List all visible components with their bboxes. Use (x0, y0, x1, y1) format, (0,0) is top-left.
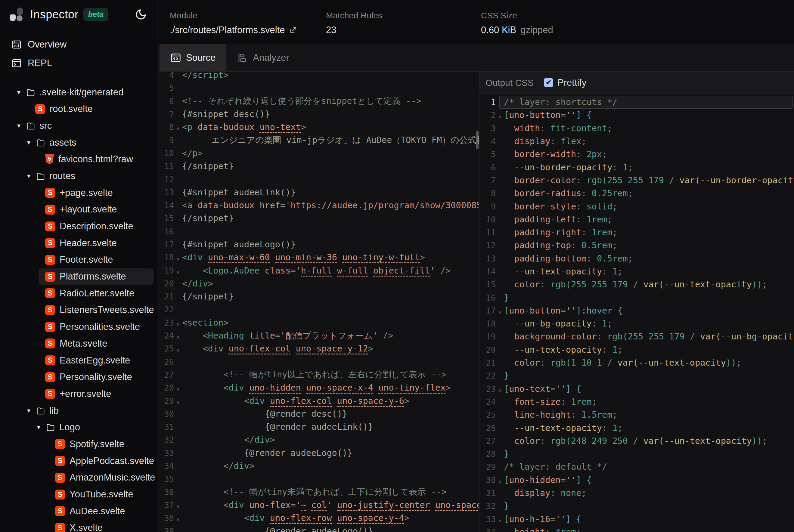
fold-chevron-icon[interactable]: ∨ (496, 114, 504, 119)
code-text: <div uno-flex-col uno-space-y-12> (182, 344, 373, 354)
fold-chevron-icon[interactable]: ∨ (174, 400, 182, 405)
code-text: {/snippet} (182, 161, 234, 171)
code-text: background-color: rgb(255 255 179 / var(… (504, 331, 794, 342)
line-number: 17 (479, 306, 496, 315)
svelte-file-icon: S (55, 490, 65, 499)
tree-item--svelte-kit-generated[interactable]: ▾.svelte-kit/generated (0, 84, 157, 101)
tree-item-audee-svelte[interactable]: SAuDee.svelte (0, 503, 157, 520)
sidebar-item-overview[interactable]: Overview (0, 35, 157, 54)
source-line-26: 26 (158, 355, 479, 368)
tree-item-platforms-svelte[interactable]: SPlatforms.svelte (0, 268, 157, 285)
code-text: color: rgb(255 255 179 / var(--un-text-o… (504, 280, 767, 289)
chevron-down-icon[interactable]: ▾ (27, 139, 36, 147)
tree-item-root-svelte[interactable]: Sroot.svelte (0, 100, 157, 117)
fold-chevron-icon[interactable]: ∨ (174, 386, 182, 392)
line-number: 26 (479, 423, 496, 433)
code-text: [uno-button='']:hover { (504, 306, 623, 316)
tab-source[interactable]: Source (159, 44, 226, 71)
tree-item-header-svelte[interactable]: SHeader.svelte (0, 235, 157, 251)
css-line-29: 29/* layer: default */ (479, 460, 794, 473)
svelte-file-icon: S (35, 104, 45, 114)
stat-css-size: CSS Size 0.60 KiB gzipped (481, 11, 553, 36)
fold-chevron-icon[interactable]: ∨ (496, 387, 504, 393)
code-text: <section> (182, 318, 228, 328)
line-number: 17 (158, 240, 174, 249)
code-text: {/snippet} (182, 213, 234, 223)
theme-toggle-moon-icon[interactable] (135, 8, 147, 20)
tree-row-partial[interactable]: ▾ (0, 78, 157, 80)
tree-item-radioletter-svelte[interactable]: SRadioLetter.svelte (0, 285, 157, 302)
source-editor[interactable]: 4</script>56<!-- それぞれ繰り返し使う部分をsnippetとして… (158, 72, 479, 532)
fold-chevron-icon[interactable]: ∨ (174, 256, 182, 262)
prettify-checkbox[interactable]: ✔ (544, 78, 553, 87)
source-line-39: 39 {@render audeeLogo()} (158, 525, 479, 532)
tree-item-logo[interactable]: ▾Logo (0, 419, 157, 436)
svelte-file-icon: S (55, 439, 65, 449)
chevron-down-icon[interactable]: ▾ (17, 122, 26, 130)
fold-chevron-icon[interactable]: ∨ (174, 269, 182, 275)
tree-item-label: src (39, 120, 52, 131)
tree-item-applepodcast-svelte[interactable]: SApplePodcast.svelte (0, 453, 157, 470)
source-line-35: 35 (158, 472, 479, 486)
output-css-code[interactable]: 1/* layer: shortcuts */2∨[uno-button='']… (479, 96, 794, 532)
code-text: [uno-hidden=''] { (504, 475, 592, 485)
source-line-22: 22 (158, 303, 479, 316)
file-tree[interactable]: ▾▾.svelte-kit/generatedSroot.svelte▾src▾… (0, 78, 157, 532)
prettify-label[interactable]: Prettify (557, 77, 586, 88)
fold-chevron-icon[interactable]: ∨ (174, 347, 182, 353)
fold-chevron-icon[interactable]: ∨ (174, 126, 182, 132)
folder-icon (36, 406, 45, 415)
tree-item-label: routes (49, 171, 75, 182)
tree-item-spotify-svelte[interactable]: SSpotify.svelte (0, 436, 157, 453)
tree-item-easteregg-svelte[interactable]: SEasterEgg.svelte (0, 352, 157, 369)
sidebar-item-label: REPL (28, 58, 52, 69)
fold-chevron-icon[interactable]: ∨ (174, 517, 182, 522)
tree-item-routes[interactable]: ▾routes (0, 168, 157, 185)
tab-analyzer[interactable]: Analyzer (226, 44, 300, 71)
chevron-down-icon[interactable]: ▾ (17, 89, 26, 96)
tree-item-favicons-html-raw[interactable]: 5favicons.html?raw (0, 151, 157, 168)
sidebar-item-repl[interactable]: REPL (0, 54, 157, 73)
code-text: } (504, 449, 509, 459)
tree-item-x-svelte[interactable]: SX.svelte (0, 520, 157, 532)
output-css-header: Output CSS ✔ Prettify (479, 72, 794, 94)
css-line-17: 17∨[uno-button='']:hover { (479, 304, 794, 317)
code-text: --un-text-opacity: 1; (504, 267, 623, 277)
tree-item--layout-svelte[interactable]: S+layout.svelte (0, 201, 157, 218)
tree-item--error-svelte[interactable]: S+error.svelte (0, 385, 157, 402)
tree-item-personalities-svelte[interactable]: SPersonalities.svelte (0, 318, 157, 335)
external-link-icon[interactable] (289, 26, 297, 34)
tree-item-footer-svelte[interactable]: SFooter.svelte (0, 251, 157, 268)
fold-chevron-icon[interactable]: ∨ (174, 334, 182, 340)
fold-chevron-icon[interactable]: ∨ (496, 518, 504, 524)
tree-item--page-svelte[interactable]: S+page.svelte (0, 185, 157, 201)
fold-chevron-icon[interactable]: ∨ (174, 321, 182, 327)
source-line-13: 13{#snippet audeeLink()} (158, 186, 479, 199)
output-css-title: Output CSS (486, 78, 534, 88)
tree-item-assets[interactable]: ▾assets (0, 134, 157, 151)
tree-item-src[interactable]: ▾src (0, 117, 157, 134)
css-line-24: 24 font-size: 1rem; (479, 395, 794, 408)
tree-item-lib[interactable]: ▾lib (0, 402, 157, 419)
module-path[interactable]: ./src/routes/Platforms.svelte (170, 25, 285, 36)
tree-item-amazonmusic-svelte[interactable]: SAmazonMusic.svelte (0, 470, 157, 486)
tree-item-personality-svelte[interactable]: SPersonality.svelte (0, 368, 157, 385)
source-line-11: 11{/snippet} (158, 160, 479, 173)
chevron-down-icon[interactable]: ▾ (27, 172, 36, 180)
tree-item-meta-svelte[interactable]: SMeta.svelte (0, 335, 157, 352)
code-text: display: flex; (504, 136, 587, 146)
css-line-25: 25 line-height: 1.5rem; (479, 408, 794, 421)
tree-item-listenerstweets-svelte[interactable]: SListenersTweets.svelte (0, 302, 157, 319)
tree-item-youtube-svelte[interactable]: SYouTube.svelte (0, 486, 157, 503)
css-line-20: 20 --un-text-opacity: 1; (479, 343, 794, 356)
fold-chevron-icon[interactable]: ∨ (496, 479, 504, 484)
tab-label: Analyzer (253, 52, 289, 63)
chevron-down-icon[interactable]: ▾ (27, 407, 36, 415)
chevron-down-icon[interactable]: ▾ (37, 423, 46, 431)
svelte-file-icon: S (55, 456, 65, 466)
fold-chevron-icon[interactable]: ∨ (496, 309, 504, 315)
code-text: border-width: 2px; (504, 149, 607, 159)
tree-item-description-svelte[interactable]: SDescription.svelte (0, 218, 157, 235)
fold-chevron-icon[interactable]: ∨ (174, 504, 182, 509)
stat-module: Module ./src/routes/Platforms.svelte (170, 11, 297, 36)
